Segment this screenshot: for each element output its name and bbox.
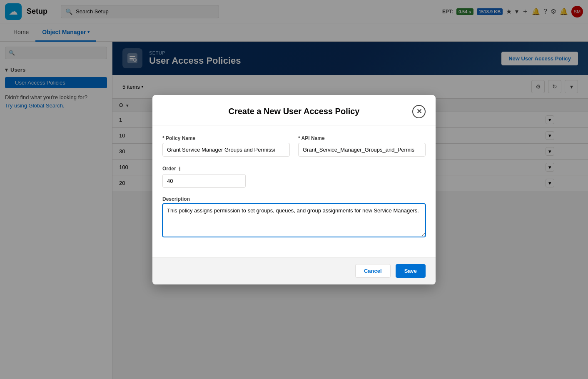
policy-name-label: * Policy Name bbox=[162, 135, 290, 141]
policy-name-input[interactable] bbox=[162, 143, 290, 157]
modal-body: * Policy Name * API Name Order ℹ bbox=[152, 125, 436, 257]
cancel-button[interactable]: Cancel bbox=[355, 264, 391, 278]
description-label: Description bbox=[162, 196, 426, 202]
modal: Create a New User Access Policy ✕ * Poli… bbox=[152, 95, 436, 284]
info-icon[interactable]: ℹ bbox=[179, 166, 181, 172]
modal-header: Create a New User Access Policy ✕ bbox=[152, 95, 436, 125]
modal-title: Create a New User Access Policy bbox=[176, 107, 412, 116]
description-textarea[interactable]: This policy assigns permission to set gr… bbox=[162, 204, 426, 237]
api-name-label: * API Name bbox=[298, 135, 426, 141]
order-label: Order bbox=[162, 166, 176, 172]
form-row-order: Order ℹ bbox=[162, 165, 426, 188]
modal-close-button[interactable]: ✕ bbox=[412, 105, 426, 118]
form-group-order: Order ℹ bbox=[162, 165, 246, 188]
api-name-input[interactable] bbox=[298, 143, 426, 157]
modal-overlay: Create a New User Access Policy ✕ * Poli… bbox=[0, 0, 588, 379]
form-group-description: Description This policy assigns permissi… bbox=[162, 196, 426, 237]
save-button[interactable]: Save bbox=[396, 264, 426, 278]
form-group-policy-name: * Policy Name bbox=[162, 135, 290, 157]
form-row-names: * Policy Name * API Name bbox=[162, 135, 426, 157]
order-input[interactable] bbox=[162, 174, 246, 188]
modal-footer: Cancel Save bbox=[152, 257, 436, 284]
form-group-api-name: * API Name bbox=[298, 135, 426, 157]
